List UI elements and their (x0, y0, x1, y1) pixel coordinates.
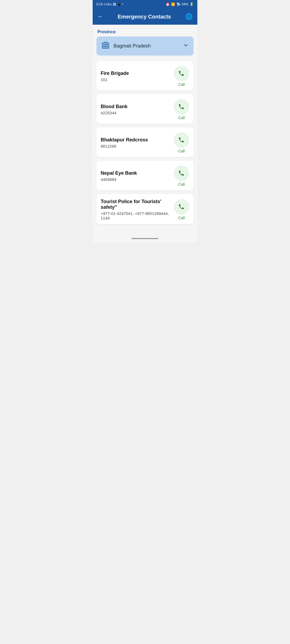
svg-rect-5 (103, 46, 104, 47)
phone-icon (178, 70, 185, 77)
building-icon (101, 41, 110, 51)
wifi-icon: 📶 (171, 2, 175, 6)
call-label[interactable]: Call (178, 216, 185, 220)
call-circle-button[interactable] (174, 99, 189, 115)
phone-icon (178, 137, 185, 144)
call-circle-button[interactable] (174, 66, 189, 81)
signal-icon: 📡 (176, 2, 180, 6)
svg-rect-3 (105, 44, 106, 45)
status-right: ⏰ 📶 📡 64% 🔋 (166, 2, 194, 6)
call-label[interactable]: Call (178, 82, 185, 87)
contact-card: Nepal Eye Bank 4493684 Call (96, 161, 194, 190)
home-bar (132, 238, 158, 239)
network-speed: 0 KB/s (104, 3, 111, 6)
call-circle-button[interactable] (174, 132, 189, 148)
contact-info: Bhaktapur Redcross 6612266 (101, 137, 171, 148)
province-name: Bagmati Pradesh (114, 43, 151, 49)
contact-info: Tourist Police for Tourists' safety" +97… (101, 199, 171, 220)
battery-icon: 🔋 (190, 2, 194, 6)
main-content: Province Bagmati Pradesh (93, 25, 197, 236)
svg-rect-7 (107, 46, 108, 47)
contact-name: Nepal Eye Bank (101, 170, 171, 176)
gallery-icon: 🖼 (113, 2, 116, 6)
call-button-wrap[interactable]: Call (174, 166, 189, 186)
contact-name: Tourist Police for Tourists' safety" (101, 199, 171, 210)
call-circle-button[interactable] (174, 166, 189, 181)
viber-icon: 📱 (117, 2, 121, 6)
contact-card: Blood Bank 4225344 Call (96, 94, 194, 124)
contact-number: 4225344 (101, 111, 171, 115)
province-dropdown[interactable]: Bagmati Pradesh (96, 36, 194, 56)
svg-rect-0 (102, 43, 109, 48)
contact-info: Nepal Eye Bank 4493684 (101, 170, 171, 182)
contact-number: +977-01-4247041, +977-9851289444, 1144 (101, 211, 171, 220)
contact-info: Fire Brigade 101 (101, 71, 171, 82)
province-label: Province (97, 30, 194, 34)
app-header: ← Emergency Contacts 🌐 (93, 9, 197, 25)
contact-card: Fire Brigade 101 Call (96, 61, 194, 90)
call-button-wrap[interactable]: Call (174, 132, 189, 153)
phone-icon (178, 203, 185, 210)
svg-rect-6 (105, 46, 106, 47)
svg-rect-2 (103, 44, 104, 45)
call-circle-button[interactable] (174, 199, 189, 215)
home-indicator (93, 236, 197, 242)
svg-rect-4 (107, 44, 108, 45)
battery-label: 64% (182, 2, 188, 6)
call-button-wrap[interactable]: Call (174, 66, 189, 87)
contact-number: 101 (101, 77, 171, 82)
contact-number: 4493684 (101, 177, 171, 182)
globe-button[interactable]: 🌐 (185, 13, 193, 20)
status-bar: 8:16 0 KB/s 🖼 📱 • ⏰ 📶 📡 64% 🔋 (93, 0, 197, 9)
contact-list: Fire Brigade 101 Call Blood Bank 4225344 (96, 61, 194, 224)
svg-rect-8 (104, 42, 107, 43)
alarm-icon: ⏰ (166, 2, 170, 6)
contact-name: Fire Brigade (101, 71, 171, 76)
call-label[interactable]: Call (178, 116, 185, 120)
header-title: Emergency Contacts (103, 14, 185, 20)
status-left: 8:16 0 KB/s 🖼 📱 • (96, 2, 123, 6)
province-dropdown-left: Bagmati Pradesh (101, 41, 151, 51)
contact-info: Blood Bank 4225344 (101, 104, 171, 115)
phone-icon (178, 170, 185, 177)
contact-number: 6612266 (101, 144, 171, 148)
contact-name: Bhaktapur Redcross (101, 137, 171, 143)
dot-icon: • (122, 2, 123, 6)
status-time: 8:16 (96, 2, 103, 6)
phone-icon (178, 103, 185, 110)
call-label[interactable]: Call (178, 182, 185, 186)
contact-name: Blood Bank (101, 104, 171, 109)
call-button-wrap[interactable]: Call (174, 99, 189, 120)
contact-card: Bhaktapur Redcross 6612266 Call (96, 127, 194, 157)
chevron-down-icon (183, 42, 189, 50)
contact-card: Tourist Police for Tourists' safety" +97… (96, 194, 194, 224)
back-button[interactable]: ← (97, 13, 103, 20)
call-label[interactable]: Call (178, 149, 185, 153)
call-button-wrap[interactable]: Call (174, 199, 189, 220)
